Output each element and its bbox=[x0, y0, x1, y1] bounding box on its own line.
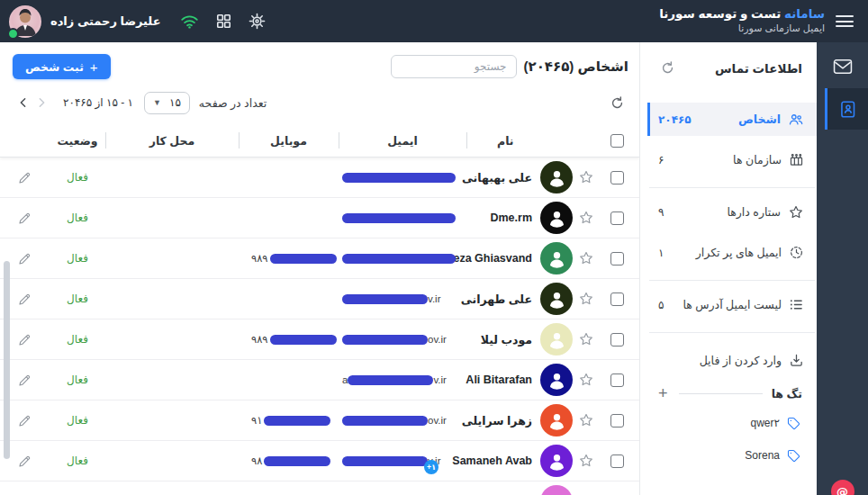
table-row[interactable]: علی طهرانی v.ir فعال bbox=[0, 279, 639, 320]
table-row[interactable]: orteza Ghiasvand ۹۸۹ فعال bbox=[0, 238, 639, 279]
edit-pencil-icon[interactable] bbox=[17, 413, 32, 428]
contact-avatar-person-icon bbox=[540, 202, 573, 234]
prev-page-chevron-icon[interactable] bbox=[14, 94, 32, 112]
row-checkbox[interactable] bbox=[610, 171, 624, 184]
app-title: سامانه تست و توسعه سورنا bbox=[659, 7, 825, 22]
favorite-star-icon[interactable] bbox=[578, 453, 594, 469]
edit-pencil-icon[interactable] bbox=[17, 454, 32, 469]
contact-name: زهرا سرایلی bbox=[462, 414, 532, 428]
edit-pencil-icon[interactable] bbox=[17, 211, 32, 226]
status-active-label: فعال bbox=[67, 454, 88, 467]
caret-down-icon: ▼ bbox=[153, 98, 161, 107]
status-active-label: فعال bbox=[67, 171, 88, 184]
email-redaction-bar bbox=[342, 254, 456, 264]
contact-mobile-cell: ۹۸۹ bbox=[239, 252, 339, 265]
row-checkbox[interactable] bbox=[610, 414, 624, 428]
favorite-star-icon[interactable] bbox=[578, 412, 594, 428]
table-row[interactable]: مودب لیلا ov.ir ۹۸۹ فعال bbox=[0, 320, 639, 360]
sidebar-item-count: ۲۰۴۶۵ bbox=[658, 113, 692, 126]
contact-avatar-person-icon bbox=[540, 404, 573, 436]
contact-avatar-person-icon bbox=[540, 161, 573, 194]
sidebar-item-label: لیست ایمیل آدرس ها bbox=[683, 298, 782, 311]
select-all-checkbox[interactable] bbox=[610, 134, 624, 148]
row-checkbox[interactable] bbox=[610, 454, 624, 468]
email-redaction-bar bbox=[342, 335, 428, 345]
mobile-redaction-bar bbox=[270, 254, 337, 264]
organizations-icon bbox=[789, 152, 804, 167]
table-row[interactable]: علی بهبهانی فعال bbox=[0, 158, 639, 198]
pagination-range: ۱ - ۱۵ از ۲۰۴۶۵ bbox=[63, 96, 133, 109]
row-checkbox[interactable] bbox=[610, 252, 624, 266]
sidebar-tag-item[interactable]: Sorena bbox=[647, 439, 817, 472]
contact-email-cell: a v.ir bbox=[339, 374, 466, 385]
contact-name: علی بهبهانی bbox=[462, 171, 532, 184]
table-refresh-icon[interactable] bbox=[608, 94, 627, 112]
vertical-scrollbar-thumb[interactable] bbox=[4, 261, 10, 459]
next-page-chevron-icon[interactable] bbox=[32, 94, 50, 112]
row-checkbox[interactable] bbox=[610, 374, 624, 387]
sidebar-tag-item[interactable]: qwer۲ bbox=[647, 407, 817, 439]
add-tag-button[interactable]: + bbox=[656, 385, 670, 401]
mail-module-icon[interactable] bbox=[828, 54, 857, 79]
row-checkbox[interactable] bbox=[610, 212, 624, 225]
email-suffix-text: v.ir bbox=[428, 293, 440, 304]
table-header-row: نام ایمیل موبایل محل کار وضعیت bbox=[0, 124, 639, 158]
apps-grid-icon[interactable] bbox=[215, 13, 232, 30]
sidebar-divider bbox=[649, 187, 815, 188]
plus-icon: + bbox=[90, 59, 98, 75]
table-row[interactable]: Samaneh Avab v.ir +۱ ۹۸ فعال bbox=[0, 441, 639, 482]
contact-avatar-person-icon bbox=[540, 323, 573, 356]
contacts-module-icon[interactable] bbox=[825, 88, 868, 130]
sidebar-item-2[interactable]: ستاره دارها ۹ bbox=[647, 195, 817, 229]
table-row[interactable]: Ali Bitarafan a v.ir فعال bbox=[0, 360, 639, 400]
edit-pencil-icon[interactable] bbox=[17, 170, 32, 185]
column-header-status: وضعیت bbox=[50, 124, 105, 157]
mention-fab-button[interactable]: @ bbox=[831, 480, 854, 495]
contact-name: مودب لیلا bbox=[481, 333, 532, 346]
row-checkbox[interactable] bbox=[610, 292, 624, 306]
import-from-file-button[interactable]: وارد کردن از فایل bbox=[647, 344, 817, 376]
search-input[interactable] bbox=[391, 55, 517, 78]
favorite-star-icon[interactable] bbox=[578, 210, 594, 226]
edit-pencil-icon[interactable] bbox=[17, 332, 32, 347]
history-icon bbox=[789, 245, 804, 260]
favorite-star-icon[interactable] bbox=[578, 169, 594, 185]
table-row[interactable]: Dme.rm فعال bbox=[0, 198, 639, 238]
edit-pencil-icon[interactable] bbox=[17, 251, 32, 266]
favorite-star-icon[interactable] bbox=[578, 372, 594, 388]
sidebar-refresh-icon[interactable] bbox=[656, 58, 679, 77]
contact-email-cell: v.ir bbox=[339, 293, 466, 304]
settings-gear-icon[interactable] bbox=[249, 13, 266, 30]
sidebar-item-4[interactable]: لیست ایمیل آدرس ها ۵ bbox=[647, 288, 817, 321]
contact-avatar-person-icon bbox=[540, 485, 573, 495]
favorite-star-icon[interactable] bbox=[578, 250, 594, 266]
row-checkbox[interactable] bbox=[610, 333, 624, 346]
app-subtitle: ایمیل سازمانی سورنا bbox=[659, 22, 825, 35]
topbar: سامانه تست و توسعه سورنا ایمیل سازمانی س… bbox=[0, 0, 868, 42]
status-active-label: فعال bbox=[67, 252, 88, 265]
user-name[interactable]: علیرضا رحمتی زاده bbox=[50, 14, 161, 28]
contacts-sidebar: اطلاعات تماس اشخاص ۲۰۴۶۵ سازمان ها ۶ ستا… bbox=[647, 42, 817, 495]
table-row[interactable]: زهرا سرایلی ov.ir ۹۱ فعال bbox=[0, 400, 639, 441]
sidebar-item-3[interactable]: ایمیل های پر تکرار ۱ bbox=[647, 236, 817, 269]
table-row[interactable] bbox=[0, 482, 639, 495]
status-active-label: فعال bbox=[67, 212, 88, 224]
sidebar-item-label: سازمان ها bbox=[733, 153, 782, 166]
sidebar-item-1[interactable]: سازمان ها ۶ bbox=[647, 143, 817, 176]
hamburger-menu-icon[interactable] bbox=[836, 13, 854, 31]
status-active-label: فعال bbox=[67, 374, 88, 386]
edit-pencil-icon[interactable] bbox=[17, 292, 32, 307]
favorite-star-icon[interactable] bbox=[578, 291, 594, 307]
sidebar-item-0[interactable]: اشخاص ۲۰۴۶۵ bbox=[647, 103, 817, 136]
per-page-select[interactable]: ۱۵ ▼ bbox=[144, 92, 190, 114]
contact-avatar-person-icon bbox=[540, 445, 573, 477]
status-active-label: فعال bbox=[67, 292, 88, 305]
tag-icon bbox=[787, 449, 800, 463]
edit-pencil-icon[interactable] bbox=[17, 373, 32, 388]
user-avatar[interactable] bbox=[9, 5, 41, 38]
mobile-redaction-bar bbox=[264, 456, 330, 466]
star-icon bbox=[788, 204, 804, 220]
tags-section-title: تگ ها bbox=[772, 387, 802, 400]
favorite-star-icon[interactable] bbox=[578, 331, 594, 347]
add-person-button[interactable]: + ثبت شخص bbox=[13, 54, 111, 79]
